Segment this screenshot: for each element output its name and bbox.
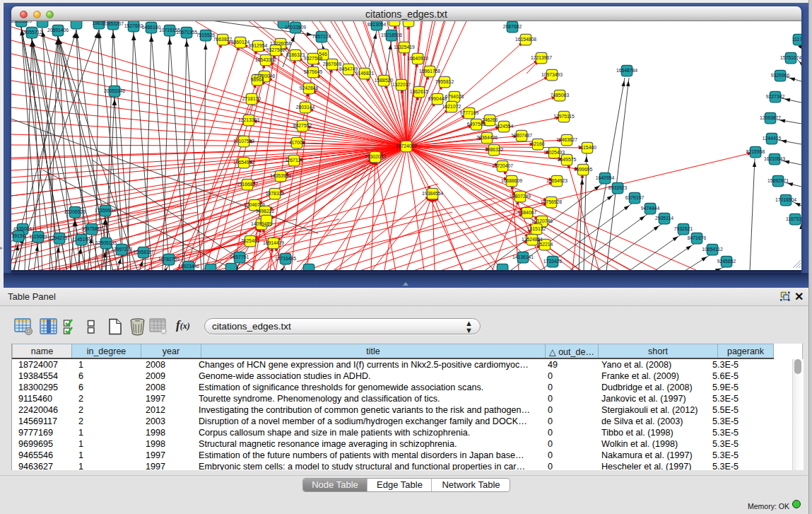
svg-text:10025433: 10025433	[543, 150, 565, 155]
svg-text:7663822: 7663822	[213, 37, 233, 42]
svg-text:9657791: 9657791	[230, 255, 249, 259]
svg-text:7515526: 7515526	[196, 33, 216, 37]
svg-text:8186323: 8186323	[286, 52, 305, 57]
svg-text:7955812: 7955812	[435, 79, 454, 84]
svg-text:4935001: 4935001	[13, 226, 33, 231]
svg-text:9327508: 9327508	[304, 56, 323, 61]
svg-text:9474444: 9474444	[641, 206, 660, 211]
svg-text:8933923: 8933923	[608, 185, 628, 190]
svg-text:3624554: 3624554	[495, 124, 514, 129]
svg-text:1640954: 1640954	[596, 175, 615, 180]
svg-text:7986322: 7986322	[485, 147, 504, 152]
svg-text:9498222: 9498222	[256, 209, 275, 214]
svg-text:9684067: 9684067	[518, 210, 537, 215]
svg-text:18724007: 18724007	[396, 144, 417, 148]
svg-text:8471676: 8471676	[688, 235, 707, 240]
svg-text:10120746: 10120746	[531, 218, 553, 223]
svg-text:10046766: 10046766	[244, 202, 265, 207]
svg-text:3267130: 3267130	[285, 158, 304, 163]
svg-text:2649575: 2649575	[558, 157, 577, 162]
svg-text:2867608: 2867608	[323, 62, 342, 66]
svg-text:6990448: 6990448	[428, 96, 447, 101]
svg-text:12923446: 12923446	[178, 264, 199, 269]
svg-text:1244415: 1244415	[763, 136, 782, 141]
svg-text:1115689: 1115689	[29, 234, 47, 239]
svg-text:17463627: 17463627	[556, 137, 577, 142]
svg-text:10688609: 10688609	[501, 178, 522, 183]
svg-text:10807487: 10807487	[511, 133, 532, 138]
svg-text:12505135: 12505135	[95, 240, 117, 245]
svg-text:20364436: 20364436	[476, 135, 498, 140]
svg-text:19384554: 19384554	[422, 191, 443, 196]
svg-text:1621072: 1621072	[442, 104, 461, 109]
svg-text:1733426: 1733426	[543, 259, 563, 264]
svg-text:10654112: 10654112	[702, 247, 723, 252]
svg-text:1322017: 1322017	[392, 82, 411, 87]
svg-text:8427552: 8427552	[293, 123, 312, 128]
svg-text:7485063: 7485063	[551, 93, 570, 98]
svg-text:30975887: 30975887	[81, 226, 102, 231]
svg-text:1527602: 1527602	[124, 23, 143, 28]
svg-text:252214: 252214	[537, 242, 553, 247]
svg-text:9242848: 9242848	[300, 86, 319, 90]
svg-text:20691406: 20691406	[47, 28, 69, 33]
svg-text:98964: 98964	[251, 77, 264, 82]
svg-text:12975115: 12975115	[553, 114, 575, 119]
svg-text:6466160: 6466160	[142, 25, 161, 30]
svg-text:19166827: 19166827	[237, 182, 258, 187]
svg-text:17957223: 17957223	[111, 247, 132, 252]
svg-text:10107553: 10107553	[233, 139, 254, 144]
svg-text:6497568: 6497568	[467, 122, 486, 127]
svg-text:62160: 62160	[531, 141, 545, 146]
svg-text:11325419: 11325419	[394, 45, 415, 49]
svg-text:7625402: 7625402	[241, 238, 260, 243]
svg-text:14136141: 14136141	[512, 255, 534, 259]
svg-text:9860124: 9860124	[231, 40, 250, 45]
svg-text:12942737: 12942737	[49, 235, 70, 240]
svg-text:9115460: 9115460	[578, 145, 596, 150]
svg-text:5878334: 5878334	[266, 191, 285, 196]
svg-text:5875645: 5875645	[304, 69, 323, 74]
svg-text:1615132: 1615132	[527, 226, 546, 231]
svg-text:746266: 746266	[482, 117, 498, 122]
svg-text:16640910: 16640910	[407, 56, 428, 61]
svg-text:1362615: 1362615	[410, 89, 429, 94]
svg-text:10853267: 10853267	[102, 21, 124, 26]
svg-text:2935114: 2935114	[655, 216, 673, 221]
svg-text:7857224: 7857224	[312, 34, 331, 39]
svg-text:18807249: 18807249	[510, 194, 531, 199]
svg-text:16648784: 16648784	[616, 68, 637, 73]
svg-text:1145194: 1145194	[72, 237, 90, 242]
svg-text:15720407: 15720407	[492, 163, 513, 168]
svg-text:12213363: 12213363	[238, 117, 259, 122]
svg-text:20053346: 20053346	[104, 88, 125, 93]
svg-text:16914479: 16914479	[263, 240, 284, 245]
svg-text:16154808: 16154808	[515, 37, 536, 42]
svg-text:17016504: 17016504	[775, 197, 796, 202]
svg-text:20206526: 20206526	[64, 209, 86, 214]
svg-text:9699695: 9699695	[574, 167, 593, 172]
svg-text:13226058: 13226058	[270, 41, 291, 46]
svg-text:9245652: 9245652	[717, 259, 736, 264]
svg-text:8813054: 8813054	[367, 22, 387, 27]
svg-text:16033809: 16033809	[285, 25, 306, 30]
svg-text:2803144: 2803144	[296, 105, 315, 110]
svg-text:19218506: 19218506	[381, 33, 402, 37]
svg-text:6379197: 6379197	[625, 195, 645, 200]
svg-text:16961758: 16961758	[419, 69, 440, 74]
svg-text:39154: 39154	[12, 233, 25, 238]
svg-text:10973493: 10973493	[541, 72, 563, 77]
svg-text:1167533: 1167533	[786, 216, 801, 221]
svg-text:16782759: 16782759	[158, 257, 180, 262]
svg-text:14099489: 14099489	[251, 221, 272, 226]
svg-text:9777169: 9777169	[460, 110, 479, 115]
svg-text:19055712: 19055712	[21, 30, 42, 35]
svg-text:19654923: 19654923	[546, 178, 567, 183]
svg-text:17359934: 17359934	[95, 208, 116, 213]
svg-text:11171: 11171	[792, 37, 801, 42]
svg-text:15716485: 15716485	[275, 256, 296, 261]
svg-text:9329966: 9329966	[771, 73, 790, 78]
svg-text:15751074: 15751074	[780, 55, 801, 60]
svg-text:16543382: 16543382	[255, 57, 276, 62]
svg-text:10671355: 10671355	[176, 30, 197, 35]
